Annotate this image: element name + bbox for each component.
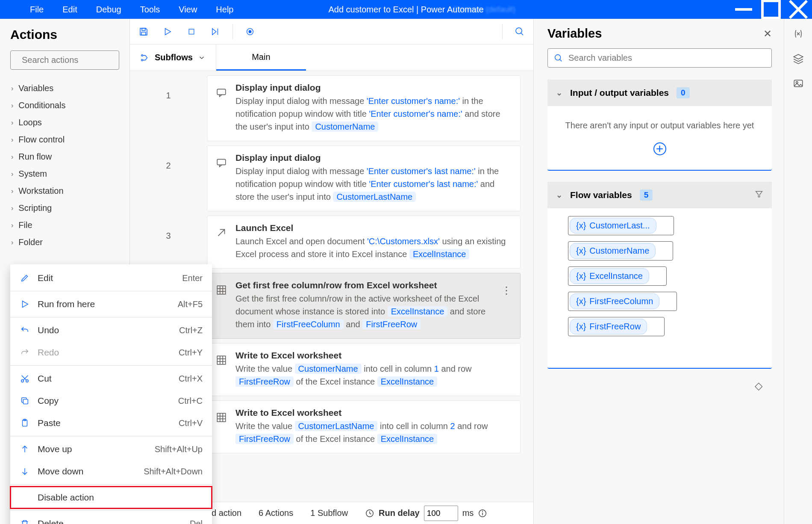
step-button[interactable] <box>209 25 222 38</box>
tree-item[interactable]: ›Workstation <box>10 183 119 199</box>
menu-debug[interactable]: Debug <box>87 0 131 19</box>
flow-variable[interactable]: {x}CustomerName <box>568 241 673 261</box>
svg-line-41 <box>560 59 562 61</box>
editor-search-button[interactable] <box>513 25 527 38</box>
context-separator <box>10 510 212 511</box>
tree-item[interactable]: ›Flow control <box>10 131 119 148</box>
ctx-icon <box>20 373 30 384</box>
tree-item[interactable]: ›Variables <box>10 80 119 97</box>
actions-search[interactable] <box>10 50 119 70</box>
ctx-delete[interactable]: DeleteDel <box>10 512 212 524</box>
flow-variables-header[interactable]: ⌄ Flow variables 5 <box>547 182 772 208</box>
variables-rail-icon[interactable] <box>793 28 804 39</box>
ctx-icon <box>20 396 30 406</box>
step-card[interactable]: Write to Excel worksheetWrite the value … <box>207 400 521 453</box>
step-description: Launch Excel and open document 'C:\Custo… <box>235 235 512 261</box>
ctx-icon <box>20 273 30 283</box>
step-number: 3 <box>130 216 207 241</box>
svg-rect-53 <box>23 399 28 404</box>
close-variables-button[interactable]: ✕ <box>763 28 772 40</box>
flow-variable[interactable]: {x}FirstFreeRow <box>568 317 665 336</box>
ctx-move-down[interactable]: Move downShift+Alt+Down <box>10 460 212 483</box>
step-card[interactable]: Get first free column/row from Excel wor… <box>207 273 521 339</box>
right-rail <box>784 19 812 524</box>
tree-item[interactable]: ›Folder <box>10 234 119 251</box>
record-button[interactable] <box>243 25 257 38</box>
step-card[interactable]: Launch ExcelLaunch Excel and open docume… <box>207 216 521 269</box>
clear-selection-button[interactable]: ◇ <box>547 380 772 400</box>
variables-heading: Variables <box>547 27 763 41</box>
context-menu[interactable]: EditEnterRun from hereAlt+F5UndoCtrl+ZRe… <box>10 264 212 524</box>
svg-line-15 <box>521 33 523 35</box>
svg-rect-9 <box>189 29 194 34</box>
tree-label: Workstation <box>18 186 63 196</box>
ctx-undo[interactable]: UndoCtrl+Z <box>10 319 212 341</box>
subflows-button[interactable]: Subflows <box>130 44 216 71</box>
svg-rect-1 <box>762 1 780 18</box>
ctx-copy[interactable]: CopyCtrl+C <box>10 390 212 412</box>
toolbar-separator <box>502 24 503 39</box>
tree-item[interactable]: ›Loops <box>10 114 119 131</box>
run-delay-input[interactable] <box>424 506 458 521</box>
ctx-label: Undo <box>38 325 59 335</box>
info-icon[interactable] <box>478 509 487 518</box>
tree-item[interactable]: ›File <box>10 217 119 234</box>
flow-variable[interactable]: {x}CustomerLast... <box>568 216 674 235</box>
chevron-down-icon <box>198 54 206 62</box>
ctx-icon <box>20 518 30 524</box>
variable-icon: {x} <box>576 246 586 256</box>
close-button[interactable] <box>785 0 812 19</box>
flow-variable[interactable]: {x}FirstFreeColumn <box>568 292 677 311</box>
io-empty-text: There aren't any input or output variabl… <box>556 121 763 130</box>
step-row: 2Display input dialogDisplay input dialo… <box>130 145 521 211</box>
flow-variable[interactable]: {x}ExcelInstance <box>568 266 667 286</box>
variables-search-input[interactable] <box>568 53 765 63</box>
step-card[interactable]: Write to Excel worksheetWrite the value … <box>207 343 521 396</box>
step-card[interactable]: Display input dialogDisplay input dialog… <box>207 145 521 211</box>
ctx-move-up[interactable]: Move upShift+Alt+Up <box>10 438 212 460</box>
tab-main[interactable]: Main <box>216 44 306 71</box>
io-variables-header[interactable]: ⌄ Input / output variables 0 <box>547 80 772 106</box>
menu-edit[interactable]: Edit <box>53 0 86 19</box>
images-rail-icon[interactable] <box>793 78 804 89</box>
svg-rect-31 <box>217 413 226 422</box>
svg-rect-46 <box>794 80 803 86</box>
step-card[interactable]: Display input dialogDisplay input dialog… <box>207 75 521 141</box>
run-button[interactable] <box>161 25 174 38</box>
actions-search-input[interactable] <box>22 55 130 65</box>
variables-search[interactable] <box>547 48 772 68</box>
ctx-paste[interactable]: PasteCtrl+V <box>10 412 212 434</box>
svg-point-17 <box>141 59 143 61</box>
minimize-button[interactable] <box>730 0 757 19</box>
tree-item[interactable]: ›System <box>10 166 119 182</box>
menu-file[interactable]: File <box>21 0 53 19</box>
step-title: Get first free column/row from Excel wor… <box>235 280 494 290</box>
tree-item[interactable]: ›Scripting <box>10 200 119 216</box>
run-delay-unit: ms <box>462 508 474 518</box>
ctx-disable-action[interactable]: Disable action <box>10 486 212 509</box>
tree-item[interactable]: ›Conditionals <box>10 97 119 114</box>
menu-tools[interactable]: Tools <box>131 0 170 19</box>
step-number: 1 <box>130 75 207 101</box>
save-button[interactable] <box>137 25 150 38</box>
clock-icon <box>365 509 374 518</box>
ctx-edit[interactable]: EditEnter <box>10 267 212 289</box>
ctx-cut[interactable]: CutCtrl+X <box>10 367 212 390</box>
flow-variables-section: ⌄ Flow variables 5 {x}CustomerLast...{x}… <box>547 182 772 369</box>
filter-icon[interactable] <box>755 190 763 201</box>
ctx-run-from-here[interactable]: Run from hereAlt+F5 <box>10 293 212 315</box>
ctx-label: Delete <box>38 518 64 524</box>
tree-label: Variables <box>18 83 53 93</box>
user-info[interactable]: Contoso (default) <box>444 5 524 14</box>
add-io-variable-button[interactable]: + <box>653 142 666 155</box>
menu-view[interactable]: View <box>169 0 206 19</box>
menu-help[interactable]: Help <box>206 0 243 19</box>
more-icon[interactable]: ⋮ <box>501 280 512 296</box>
chevron-right-icon: › <box>11 204 13 212</box>
layers-rail-icon[interactable] <box>793 53 804 64</box>
tree-item[interactable]: ›Run flow <box>10 148 119 165</box>
search-icon <box>554 53 563 63</box>
maximize-button[interactable] <box>757 0 785 19</box>
ctx-label: Redo <box>38 347 59 358</box>
stop-button[interactable] <box>185 25 198 38</box>
